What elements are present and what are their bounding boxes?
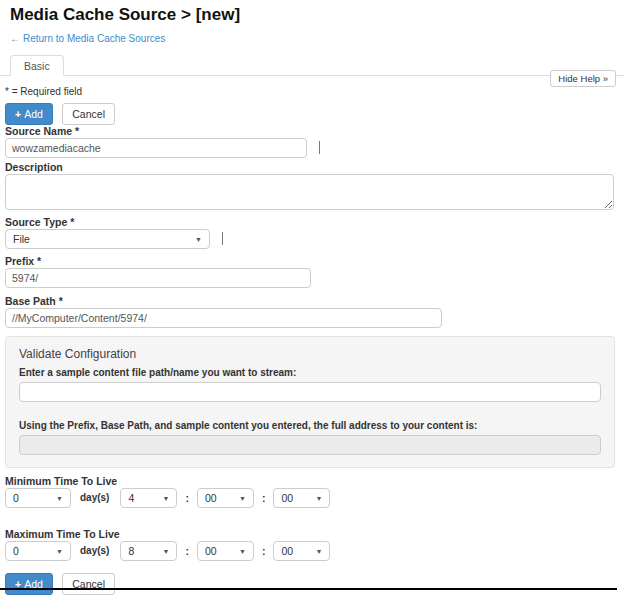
chevron-down-icon: ▼ bbox=[239, 495, 246, 502]
ttl-colon: : bbox=[262, 492, 266, 504]
max-ttl-seconds-value: 00 bbox=[281, 545, 293, 557]
max-ttl-row: 0▼ day(s) 8▼ : 00▼ : 00▼ bbox=[5, 540, 616, 561]
max-ttl-seconds-select[interactable]: 00▼ bbox=[273, 541, 330, 561]
source-type-selected-value: File bbox=[13, 233, 30, 245]
input-cursor-mark bbox=[319, 141, 320, 154]
source-name-input[interactable] bbox=[5, 138, 307, 158]
prefix-input[interactable] bbox=[5, 268, 311, 288]
prefix-label: Prefix * bbox=[5, 255, 616, 267]
page-title: Media Cache Source > [new] bbox=[10, 5, 614, 25]
max-ttl-days-value: 0 bbox=[13, 545, 19, 557]
sample-content-label: Enter a sample content file path/name yo… bbox=[19, 367, 601, 379]
min-ttl-days-suffix: day(s) bbox=[80, 492, 109, 503]
chevron-down-icon: ▼ bbox=[195, 236, 202, 243]
min-ttl-minutes-select[interactable]: 00▼ bbox=[197, 488, 254, 508]
add-button-top[interactable]: +Add bbox=[5, 103, 53, 125]
base-path-input[interactable] bbox=[5, 308, 442, 328]
ttl-colon: : bbox=[262, 545, 266, 557]
min-ttl-hours-value: 4 bbox=[128, 492, 134, 504]
max-ttl-days-select[interactable]: 0▼ bbox=[5, 541, 71, 561]
ttl-colon: : bbox=[185, 492, 189, 504]
chevron-down-icon: ▼ bbox=[239, 548, 246, 555]
page-bottom-divider bbox=[0, 588, 617, 590]
min-ttl-days-select[interactable]: 0▼ bbox=[5, 488, 71, 508]
max-ttl-days-suffix: day(s) bbox=[80, 545, 109, 556]
base-path-label: Base Path * bbox=[5, 295, 616, 307]
cancel-button-bottom[interactable]: Cancel bbox=[62, 573, 115, 595]
max-ttl-minutes-value: 00 bbox=[205, 545, 217, 557]
tab-basic[interactable]: Basic bbox=[10, 55, 64, 76]
required-field-note: * = Required field bbox=[5, 86, 616, 98]
add-button-label: Add bbox=[24, 108, 43, 120]
chevron-down-icon: ▼ bbox=[163, 495, 170, 502]
max-ttl-hours-select[interactable]: 8▼ bbox=[120, 541, 177, 561]
full-address-output bbox=[19, 435, 601, 455]
source-type-label: Source Type * bbox=[5, 216, 616, 228]
max-ttl-hours-value: 8 bbox=[128, 545, 134, 557]
description-label: Description bbox=[5, 161, 616, 173]
tab-bar: Basic bbox=[0, 51, 624, 76]
max-ttl-label: Maximum Time To Live bbox=[5, 528, 616, 540]
back-link[interactable]: ←Return to Media Cache Sources bbox=[10, 33, 165, 45]
plus-icon: + bbox=[15, 108, 21, 120]
source-type-row: File▼ bbox=[5, 228, 616, 249]
full-address-label: Using the Prefix, Base Path, and sample … bbox=[19, 420, 601, 432]
max-ttl-minutes-select[interactable]: 00▼ bbox=[197, 541, 254, 561]
hide-help-button[interactable]: Hide Help » bbox=[550, 70, 616, 87]
min-ttl-minutes-value: 00 bbox=[205, 492, 217, 504]
top-action-row: +Add Cancel bbox=[5, 103, 616, 125]
page-header: Media Cache Source > [new] ←Return to Me… bbox=[0, 0, 624, 46]
ttl-colon: : bbox=[185, 545, 189, 557]
min-ttl-hours-select[interactable]: 4▼ bbox=[120, 488, 177, 508]
chevron-down-icon: ▼ bbox=[163, 548, 170, 555]
bottom-action-row: +Add Cancel bbox=[5, 573, 616, 595]
media-cache-source-form: * = Required field +Add Cancel Source Na… bbox=[0, 76, 624, 595]
input-cursor-mark bbox=[222, 232, 223, 245]
chevron-down-icon: ▼ bbox=[316, 548, 323, 555]
min-ttl-seconds-select[interactable]: 00▼ bbox=[273, 488, 330, 508]
chevron-down-icon: ▼ bbox=[56, 495, 63, 502]
source-type-select[interactable]: File▼ bbox=[5, 229, 210, 249]
min-ttl-row: 0▼ day(s) 4▼ : 00▼ : 00▼ bbox=[5, 487, 616, 508]
media-cache-source-page: Media Cache Source > [new] ←Return to Me… bbox=[0, 0, 624, 595]
validate-configuration-panel: Validate Configuration Enter a sample co… bbox=[5, 336, 615, 468]
add-button-bottom[interactable]: +Add bbox=[5, 573, 53, 595]
chevron-down-icon: ▼ bbox=[56, 548, 63, 555]
cancel-button-top[interactable]: Cancel bbox=[62, 103, 115, 125]
min-ttl-seconds-value: 00 bbox=[281, 492, 293, 504]
min-ttl-days-value: 0 bbox=[13, 492, 19, 504]
source-name-row bbox=[5, 137, 616, 158]
description-textarea[interactable] bbox=[5, 174, 614, 210]
min-ttl-label: Minimum Time To Live bbox=[5, 475, 616, 487]
source-name-label: Source Name * bbox=[5, 125, 616, 137]
back-arrow-icon: ← bbox=[10, 33, 20, 44]
sample-content-input[interactable] bbox=[19, 382, 601, 402]
validate-configuration-title: Validate Configuration bbox=[19, 348, 601, 361]
back-link-label: Return to Media Cache Sources bbox=[23, 33, 165, 44]
chevron-down-icon: ▼ bbox=[316, 495, 323, 502]
